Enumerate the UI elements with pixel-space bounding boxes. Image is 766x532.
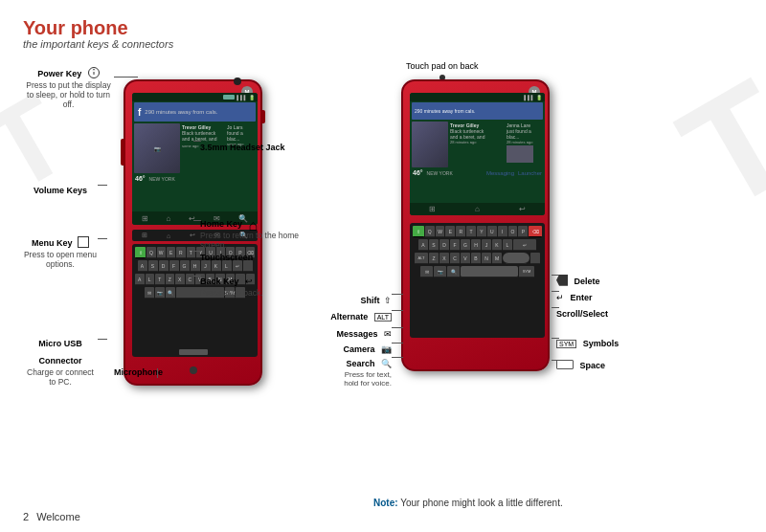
home-key-line [193, 220, 201, 221]
usb-line-h [98, 339, 107, 340]
messages-line [392, 327, 403, 328]
headset-jack-label: 3.5mm Headset Jack [200, 137, 285, 154]
back-key-label: Back Key ↩ Press to go back. [200, 271, 263, 298]
headset-jack-physical [234, 78, 241, 85]
home-key-label: Home Key ⌂ Press to return to the home s… [200, 213, 320, 250]
mic-line-v [157, 368, 158, 378]
right-phone-section: Touch pad on back M ▌▌▌ 🔋 290 minutes aw… [329, 55, 743, 457]
microphone-label: Microphone [114, 362, 163, 379]
scroll-select-label: Scroll/Select [556, 303, 642, 321]
menu-key-label: Menu Key Press to open menu options. [23, 233, 98, 269]
power-button-physical [260, 110, 265, 123]
headset-jack-line [193, 141, 201, 142]
main-content: M ▌▌▌ 🔋 [23, 55, 743, 457]
welcome-text: Welcome [36, 511, 80, 522]
note-section: Note: Your phone might look a little dif… [373, 498, 752, 508]
touchscreen-label: Touchscreen [200, 247, 253, 264]
delete-line [552, 275, 559, 276]
microphone-physical [190, 366, 197, 374]
shift-line [392, 294, 403, 295]
right-keyboard: ⇧ Q W E R T Y U I O P ⌫ [410, 223, 545, 338]
enter-label: ↵ Enter [556, 287, 633, 304]
note-label: Note: [373, 498, 398, 508]
right-screen: ▌▌▌ 🔋 290 minutes away from cals. Trevor [410, 93, 545, 215]
left-screen: ▌▌▌ 🔋 f 290 minutes away from cals. 📷 [132, 93, 258, 225]
delete-label: Delete [556, 271, 633, 288]
power-key-label: Power Key Press to put the display to sl… [23, 63, 114, 110]
camera-line [392, 343, 403, 344]
menu-key-line-h [98, 238, 107, 239]
alternate-line [392, 310, 403, 311]
page-footer: 2 Welcome [23, 511, 80, 522]
shift-label: Shift ⇧ [329, 290, 392, 307]
page-title: Your phone [23, 17, 743, 38]
volume-button-physical [121, 139, 125, 166]
page-subtitle: the important keys & connectors [23, 38, 743, 50]
space-line [552, 360, 559, 361]
space-label: Space [556, 355, 633, 372]
enter-line [552, 291, 559, 292]
alternate-label: Alternate ALT [329, 306, 392, 323]
power-key-line [114, 77, 138, 78]
volume-keys-line-h [98, 185, 107, 186]
page-container: T T Your phone the important keys & conn… [0, 0, 766, 532]
volume-keys-label: Volume Keys [23, 180, 98, 197]
search-label: Search 🔍 Press for text, hold for voice. [329, 353, 392, 388]
left-phone-section: M ▌▌▌ 🔋 [23, 55, 320, 457]
touchscreen-line [193, 251, 201, 252]
symbols-line [552, 338, 559, 339]
symbols-label: SYM Symbols [556, 333, 633, 350]
micro-usb-label: Micro USB Connector Charge or connect to… [23, 333, 98, 387]
usb-connector-physical [179, 349, 208, 355]
back-key-line [193, 276, 201, 277]
right-phone-body: M ▌▌▌ 🔋 290 minutes away from cals. [401, 79, 550, 371]
note-text: Your phone might look a little different… [400, 498, 563, 508]
page-number: 2 [23, 511, 29, 522]
search-line [392, 357, 403, 358]
scroll-select-line [552, 307, 559, 308]
touchpad-label: Touch pad on back [406, 55, 479, 82]
